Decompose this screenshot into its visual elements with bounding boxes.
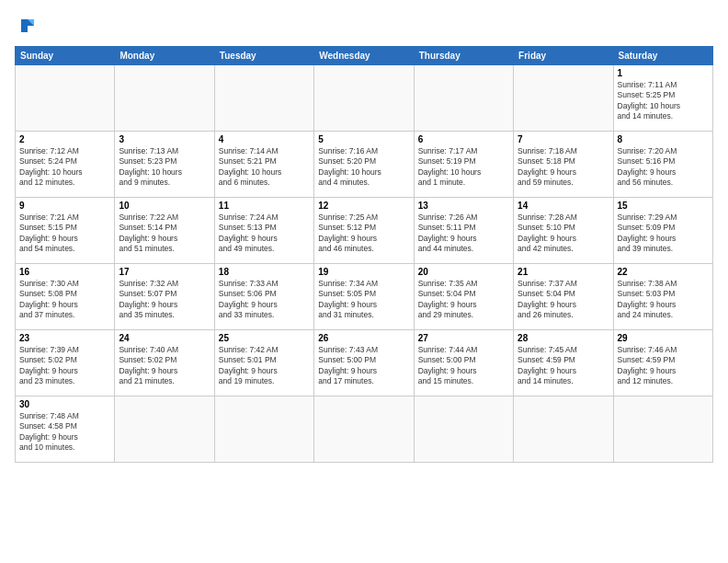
day-number: 4 (219, 134, 310, 144)
week-row-3: 16Sunrise: 7:30 AM Sunset: 5:08 PM Dayli… (16, 264, 713, 330)
day-cell: 15Sunrise: 7:29 AM Sunset: 5:09 PM Dayli… (613, 198, 712, 264)
day-cell: 28Sunrise: 7:45 AM Sunset: 4:59 PM Dayli… (514, 330, 613, 396)
col-header-wednesday: Wednesday (314, 47, 414, 65)
day-cell: 20Sunrise: 7:35 AM Sunset: 5:04 PM Dayli… (414, 264, 513, 330)
day-number: 23 (19, 333, 110, 343)
day-cell: 9Sunrise: 7:21 AM Sunset: 5:15 PM Daylig… (16, 198, 115, 264)
day-cell: 26Sunrise: 7:43 AM Sunset: 5:00 PM Dayli… (314, 330, 414, 396)
day-cell: 5Sunrise: 7:16 AM Sunset: 5:20 PM Daylig… (314, 132, 414, 198)
day-info: Sunrise: 7:21 AM Sunset: 5:15 PM Dayligh… (19, 213, 110, 255)
col-header-sunday: Sunday (16, 47, 115, 65)
day-info: Sunrise: 7:24 AM Sunset: 5:13 PM Dayligh… (219, 213, 310, 255)
day-cell: 11Sunrise: 7:24 AM Sunset: 5:13 PM Dayli… (214, 198, 313, 264)
day-cell: 8Sunrise: 7:20 AM Sunset: 5:16 PM Daylig… (613, 132, 712, 198)
day-info: Sunrise: 7:14 AM Sunset: 5:21 PM Dayligh… (219, 146, 310, 189)
day-cell (613, 396, 712, 463)
day-cell: 3Sunrise: 7:13 AM Sunset: 5:23 PM Daylig… (115, 132, 214, 198)
day-info: Sunrise: 7:29 AM Sunset: 5:09 PM Dayligh… (618, 213, 709, 255)
page: SundayMondayTuesdayWednesdayThursdayFrid… (0, 0, 728, 563)
day-info: Sunrise: 7:48 AM Sunset: 4:58 PM Dayligh… (19, 411, 110, 454)
day-cell (414, 396, 513, 463)
day-cell: 4Sunrise: 7:14 AM Sunset: 5:21 PM Daylig… (214, 132, 313, 198)
day-cell: 22Sunrise: 7:38 AM Sunset: 5:03 PM Dayli… (613, 264, 712, 330)
day-number: 10 (119, 201, 210, 211)
day-number: 14 (518, 201, 609, 211)
day-cell (115, 396, 214, 463)
day-cell: 6Sunrise: 7:17 AM Sunset: 5:19 PM Daylig… (414, 132, 513, 198)
day-info: Sunrise: 7:11 AM Sunset: 5:25 PM Dayligh… (618, 80, 709, 122)
day-info: Sunrise: 7:17 AM Sunset: 5:19 PM Dayligh… (418, 146, 509, 189)
day-cell: 21Sunrise: 7:37 AM Sunset: 5:04 PM Dayli… (514, 264, 613, 330)
day-number: 11 (219, 201, 310, 211)
day-info: Sunrise: 7:20 AM Sunset: 5:16 PM Dayligh… (618, 146, 709, 189)
day-number: 17 (119, 267, 210, 277)
day-info: Sunrise: 7:38 AM Sunset: 5:03 PM Dayligh… (618, 279, 709, 321)
day-number: 24 (119, 333, 210, 343)
day-number: 5 (318, 134, 409, 144)
header (15, 13, 713, 39)
day-info: Sunrise: 7:12 AM Sunset: 5:24 PM Dayligh… (19, 146, 110, 189)
day-info: Sunrise: 7:25 AM Sunset: 5:12 PM Dayligh… (318, 213, 409, 255)
day-info: Sunrise: 7:18 AM Sunset: 5:18 PM Dayligh… (518, 146, 609, 189)
day-info: Sunrise: 7:44 AM Sunset: 5:00 PM Dayligh… (418, 345, 509, 387)
day-number: 15 (618, 201, 709, 211)
day-info: Sunrise: 7:30 AM Sunset: 5:08 PM Dayligh… (19, 279, 110, 321)
col-header-friday: Friday (514, 47, 613, 65)
day-cell: 27Sunrise: 7:44 AM Sunset: 5:00 PM Dayli… (414, 330, 513, 396)
day-cell: 24Sunrise: 7:40 AM Sunset: 5:02 PM Dayli… (115, 330, 214, 396)
day-number: 26 (318, 333, 409, 343)
day-cell: 1Sunrise: 7:11 AM Sunset: 5:25 PM Daylig… (613, 65, 712, 132)
day-info: Sunrise: 7:16 AM Sunset: 5:20 PM Dayligh… (318, 146, 409, 189)
day-info: Sunrise: 7:43 AM Sunset: 5:00 PM Dayligh… (318, 345, 409, 387)
week-row-0: 1Sunrise: 7:11 AM Sunset: 5:25 PM Daylig… (16, 65, 713, 132)
day-info: Sunrise: 7:46 AM Sunset: 4:59 PM Dayligh… (618, 345, 709, 387)
col-header-monday: Monday (115, 47, 214, 65)
week-row-5: 30Sunrise: 7:48 AM Sunset: 4:58 PM Dayli… (16, 396, 713, 463)
day-number: 27 (418, 333, 509, 343)
day-cell: 17Sunrise: 7:32 AM Sunset: 5:07 PM Dayli… (115, 264, 214, 330)
day-number: 1 (618, 68, 709, 78)
day-cell (514, 65, 613, 132)
col-header-saturday: Saturday (613, 47, 712, 65)
day-number: 21 (518, 267, 609, 277)
header-row: SundayMondayTuesdayWednesdayThursdayFrid… (16, 47, 713, 65)
day-cell: 13Sunrise: 7:26 AM Sunset: 5:11 PM Dayli… (414, 198, 513, 264)
day-cell (314, 396, 414, 463)
logo (15, 13, 44, 39)
day-cell (214, 65, 313, 132)
col-header-thursday: Thursday (414, 47, 513, 65)
day-cell: 14Sunrise: 7:28 AM Sunset: 5:10 PM Dayli… (514, 198, 613, 264)
day-number: 3 (119, 134, 210, 144)
day-cell (314, 65, 414, 132)
day-number: 18 (219, 267, 310, 277)
day-info: Sunrise: 7:26 AM Sunset: 5:11 PM Dayligh… (418, 213, 509, 255)
day-info: Sunrise: 7:35 AM Sunset: 5:04 PM Dayligh… (418, 279, 509, 321)
day-info: Sunrise: 7:32 AM Sunset: 5:07 PM Dayligh… (119, 279, 210, 321)
day-cell: 29Sunrise: 7:46 AM Sunset: 4:59 PM Dayli… (613, 330, 712, 396)
day-number: 16 (19, 267, 110, 277)
day-number: 7 (518, 134, 609, 144)
day-number: 2 (19, 134, 110, 144)
day-cell: 16Sunrise: 7:30 AM Sunset: 5:08 PM Dayli… (16, 264, 115, 330)
day-number: 13 (418, 201, 509, 211)
week-row-1: 2Sunrise: 7:12 AM Sunset: 5:24 PM Daylig… (16, 132, 713, 198)
day-info: Sunrise: 7:45 AM Sunset: 4:59 PM Dayligh… (518, 345, 609, 387)
calendar-table: SundayMondayTuesdayWednesdayThursdayFrid… (15, 46, 713, 463)
day-cell (514, 396, 613, 463)
day-number: 6 (418, 134, 509, 144)
day-info: Sunrise: 7:34 AM Sunset: 5:05 PM Dayligh… (318, 279, 409, 321)
day-number: 9 (19, 201, 110, 211)
day-info: Sunrise: 7:42 AM Sunset: 5:01 PM Dayligh… (219, 345, 310, 387)
day-number: 12 (318, 201, 409, 211)
day-info: Sunrise: 7:28 AM Sunset: 5:10 PM Dayligh… (518, 213, 609, 255)
day-number: 28 (518, 333, 609, 343)
day-cell (16, 65, 115, 132)
day-cell: 18Sunrise: 7:33 AM Sunset: 5:06 PM Dayli… (214, 264, 313, 330)
day-cell: 7Sunrise: 7:18 AM Sunset: 5:18 PM Daylig… (514, 132, 613, 198)
col-header-tuesday: Tuesday (214, 47, 313, 65)
day-number: 19 (318, 267, 409, 277)
day-info: Sunrise: 7:37 AM Sunset: 5:04 PM Dayligh… (518, 279, 609, 321)
day-cell: 10Sunrise: 7:22 AM Sunset: 5:14 PM Dayli… (115, 198, 214, 264)
day-number: 30 (19, 399, 110, 409)
day-cell (414, 65, 513, 132)
